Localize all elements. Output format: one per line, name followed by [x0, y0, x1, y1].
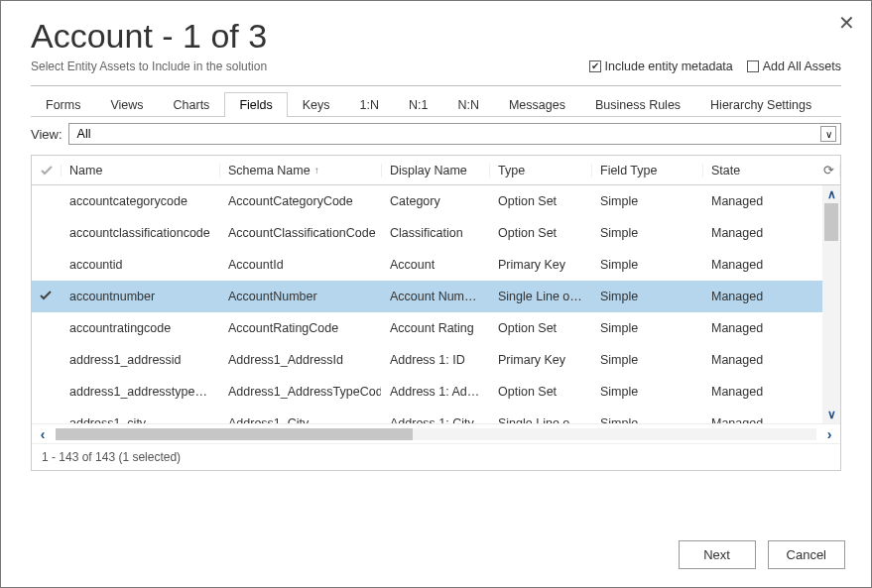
cell-type: Single Line of Text [490, 290, 592, 303]
cell-schema: Address1_City [220, 416, 382, 423]
check-icon [40, 290, 52, 301]
cell-ftype: Simple [592, 321, 703, 335]
scroll-left-icon[interactable]: ‹ [32, 426, 54, 442]
cell-type: Option Set [490, 385, 592, 399]
cell-state: Managed [703, 194, 840, 208]
scroll-track[interactable] [822, 203, 840, 406]
table-row[interactable]: address1_cityAddress1_CityAddress 1: Cit… [32, 408, 840, 423]
cell-name: address1_addressid [62, 353, 220, 367]
view-dropdown[interactable]: All ∨ [68, 123, 841, 145]
scroll-thumb[interactable] [824, 203, 838, 241]
tab-keys[interactable]: Keys [288, 92, 345, 117]
column-field-type[interactable]: Field Type [592, 164, 703, 177]
row-checkbox[interactable] [32, 258, 62, 273]
page-subtitle: Select Entity Assets to Include in the s… [31, 59, 267, 73]
cell-ftype: Simple [592, 194, 703, 208]
tab-charts[interactable]: Charts [159, 92, 225, 117]
tab-n-n[interactable]: N:N [442, 92, 494, 117]
vertical-scrollbar[interactable]: ∧ ∨ [822, 185, 840, 423]
check-icon [40, 416, 52, 424]
tab-messages[interactable]: Messages [494, 92, 580, 117]
hscroll-track[interactable] [56, 428, 816, 440]
column-display-name[interactable]: Display Name [382, 164, 490, 177]
table-row[interactable]: accountratingcodeAccountRatingCodeAccoun… [32, 312, 840, 344]
cell-ftype: Simple [592, 416, 703, 423]
cell-schema: Address1_AddressId [220, 353, 382, 367]
cell-ftype: Simple [592, 385, 703, 399]
cell-name: address1_addresstypecode [62, 385, 220, 399]
tab-business-rules[interactable]: Business Rules [580, 92, 695, 117]
check-icon [41, 165, 53, 176]
row-checkbox[interactable] [32, 321, 62, 336]
next-button[interactable]: Next [679, 540, 756, 569]
cell-ftype: Simple [592, 258, 703, 272]
row-checkbox[interactable] [32, 353, 62, 368]
tab-1-n[interactable]: 1:N [345, 92, 394, 117]
cell-name: address1_city [62, 416, 220, 423]
row-checkbox[interactable] [32, 290, 62, 304]
cell-name: accountnumber [62, 290, 220, 303]
cell-ftype: Simple [592, 226, 703, 240]
horizontal-scrollbar[interactable]: ‹ › [32, 423, 840, 443]
sort-asc-icon: ↑ [314, 165, 319, 176]
scroll-up-icon[interactable]: ∧ [822, 185, 840, 203]
cell-ftype: Simple [592, 353, 703, 367]
status-text: 1 - 143 of 143 (1 selected) [32, 443, 840, 470]
chevron-down-icon: ∨ [820, 126, 836, 142]
scroll-down-icon[interactable]: ∨ [822, 406, 840, 423]
cell-display: Account [382, 258, 490, 272]
column-name[interactable]: Name [62, 164, 220, 177]
row-checkbox[interactable] [32, 416, 62, 424]
tab-hierarchy-settings[interactable]: Hierarchy Settings [695, 92, 826, 117]
add-all-assets-checkbox[interactable]: Add All Assets [747, 59, 841, 73]
cell-display: Address 1: Addr… [382, 385, 490, 399]
tab-bar: FormsViewsChartsFieldsKeys1:NN:1N:NMessa… [31, 92, 841, 117]
cell-schema: AccountNumber [220, 290, 382, 303]
tab-forms[interactable]: Forms [31, 92, 95, 117]
column-schema-label: Schema Name [228, 164, 311, 177]
table-row[interactable]: address1_addresstypecodeAddress1_Address… [32, 376, 840, 408]
cell-state: Managed [703, 321, 840, 335]
cell-type: Primary Key [490, 258, 592, 272]
tab-views[interactable]: Views [95, 92, 158, 117]
checkbox-unchecked-icon [747, 60, 759, 72]
fields-grid: Name Schema Name ↑ Display Name Type Fie… [31, 155, 841, 471]
page-title: Account - 1 of 3 [31, 17, 841, 56]
cell-type: Option Set [490, 226, 592, 240]
select-all-checkbox[interactable] [32, 165, 62, 176]
row-checkbox[interactable] [32, 194, 62, 209]
hscroll-thumb[interactable] [56, 428, 413, 440]
column-type[interactable]: Type [490, 164, 592, 177]
cell-display: Address 1: City [382, 416, 490, 423]
cell-state: Managed [703, 353, 840, 367]
cell-state: Managed [703, 416, 840, 423]
row-checkbox[interactable] [32, 385, 62, 400]
table-row[interactable]: accountcategorycodeAccountCategoryCodeCa… [32, 185, 840, 217]
divider [31, 85, 841, 86]
column-schema-name[interactable]: Schema Name ↑ [220, 164, 382, 177]
scroll-right-icon[interactable]: › [818, 426, 840, 442]
tab-n-1[interactable]: N:1 [394, 92, 442, 117]
check-icon [40, 321, 52, 333]
table-row[interactable]: accountnumberAccountNumberAccount Number… [32, 281, 840, 312]
table-row[interactable]: accountclassificationcodeAccountClassifi… [32, 217, 840, 249]
column-state[interactable]: State [703, 164, 840, 177]
include-metadata-label: Include entity metadata [605, 59, 733, 73]
table-row[interactable]: accountidAccountIdAccountPrimary KeySimp… [32, 249, 840, 281]
cell-schema: Address1_AddressTypeCode [220, 385, 382, 399]
row-checkbox[interactable] [32, 226, 62, 241]
cell-type: Option Set [490, 321, 592, 335]
close-icon[interactable]: ✕ [838, 13, 855, 33]
grid-header: Name Schema Name ↑ Display Name Type Fie… [32, 156, 840, 185]
cancel-button[interactable]: Cancel [768, 540, 845, 569]
tab-fields[interactable]: Fields [224, 92, 287, 117]
cell-state: Managed [703, 258, 840, 272]
cell-schema: AccountClassificationCode [220, 226, 382, 240]
table-row[interactable]: address1_addressidAddress1_AddressIdAddr… [32, 344, 840, 376]
include-metadata-checkbox[interactable]: ✔ Include entity metadata [589, 59, 733, 73]
cell-state: Managed [703, 385, 840, 399]
cell-name: accountcategorycode [62, 194, 220, 208]
refresh-icon[interactable]: ⟳ [823, 163, 834, 177]
cell-schema: AccountId [220, 258, 382, 272]
cell-display: Category [382, 194, 490, 208]
